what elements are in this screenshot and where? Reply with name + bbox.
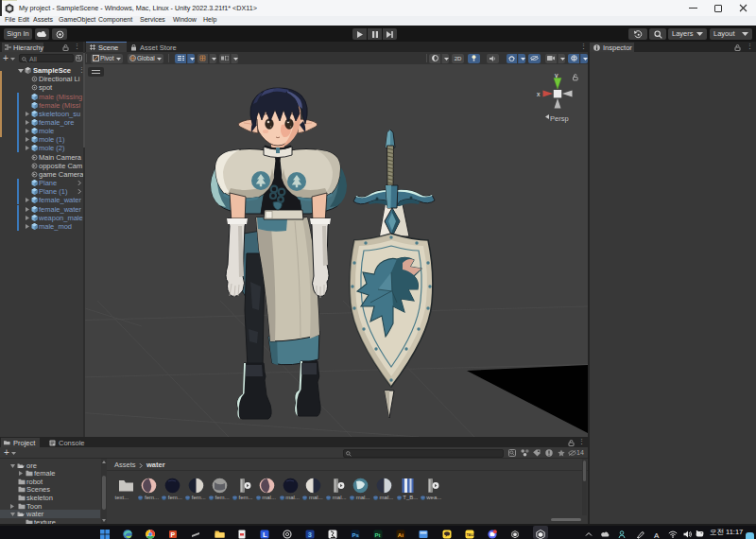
svg-text:TALK: TALK (466, 532, 474, 537)
svg-text:A: A (654, 530, 660, 539)
svg-text:P: P (171, 531, 176, 538)
svg-text:x: x (537, 91, 541, 97)
svg-text:Ps: Ps (352, 532, 360, 538)
svg-text:Pt: Pt (375, 532, 381, 538)
svg-text:Ai: Ai (398, 532, 404, 538)
svg-text:3: 3 (308, 530, 312, 539)
svg-text:L: L (263, 530, 267, 539)
svg-text:Persp: Persp (550, 114, 569, 123)
